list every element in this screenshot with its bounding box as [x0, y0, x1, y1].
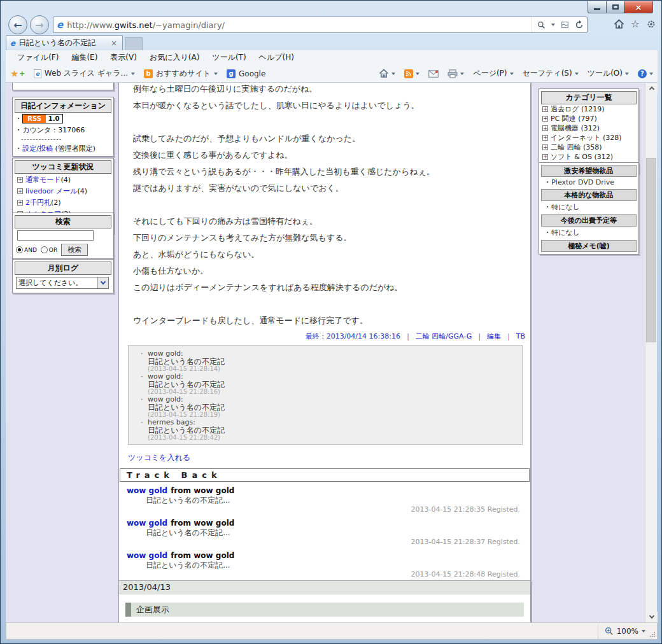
search-icon[interactable] [537, 21, 546, 29]
expand-icon[interactable] [17, 200, 23, 206]
suggested-sites-button[interactable]: b おすすめサイト [139, 65, 222, 82]
tsukkomi-link[interactable]: 通常モード [25, 175, 61, 185]
list-item: livedoor メール(4) [15, 185, 111, 197]
scroll-up-button[interactable] [645, 83, 658, 94]
menu-help[interactable]: ヘルプ(H) [253, 50, 300, 65]
minimize-button[interactable] [588, 1, 607, 13]
category-item[interactable]: インターネット (328) [541, 133, 637, 143]
zoom-magnifier-icon [605, 627, 614, 636]
scrollbar-thumb[interactable] [646, 158, 656, 342]
category-item[interactable]: 過去ログ (1219) [541, 104, 637, 114]
menu-file[interactable]: ファイル(F) [11, 50, 65, 65]
entry-paragraph [133, 114, 518, 130]
expand-icon[interactable] [17, 188, 23, 194]
trackback-time: 2013-04-15 21:28:48 Registed. [127, 570, 530, 579]
tab-favicon-icon: e [10, 39, 15, 48]
tsukkomi-count: (4) [77, 187, 87, 195]
menu-view[interactable]: 表示(V) [104, 50, 143, 65]
google-favorite-button[interactable]: g Google [222, 65, 270, 82]
admin-note: (管理者限定) [55, 144, 95, 153]
new-tab-button[interactable] [125, 37, 143, 50]
trackback-link[interactable]: wow gold [127, 486, 167, 495]
tsukkomi-link[interactable]: livedoor メール [25, 186, 77, 196]
url-text: http://www.gwits.net/~yamagin/diary/ [67, 20, 225, 30]
trackback-link[interactable]: wow gold [127, 519, 167, 528]
resize-grip[interactable] [649, 631, 656, 638]
entry-edit-link[interactable]: 編集 [487, 332, 501, 340]
expand-icon[interactable] [542, 144, 548, 150]
and-radio[interactable] [16, 246, 23, 253]
combo-dropdown-button[interactable] [97, 277, 108, 288]
expand-icon[interactable] [542, 106, 548, 112]
search-dropdown-icon[interactable] [551, 24, 555, 26]
maximize-button[interactable] [607, 1, 624, 13]
chevron-down-icon [649, 613, 654, 619]
help-menu-button[interactable]: ? [633, 65, 658, 82]
close-button[interactable]: × [624, 1, 653, 13]
expand-icon[interactable] [542, 125, 548, 131]
menu-edit[interactable]: 編集(E) [65, 50, 104, 65]
address-bar[interactable]: e http://www.gwits.net/~yamagin/diary/ [53, 17, 588, 33]
zoom-control[interactable]: 100% [598, 623, 645, 639]
wishlist-item: 特になし [541, 201, 637, 213]
print-button[interactable] [443, 65, 468, 82]
compatibility-view-icon[interactable] [561, 21, 569, 29]
entry-paragraph: 残り溝で云々という説もあるが・・・昨年購入した当初も重く感じたからねぇ。 [133, 164, 518, 180]
read-mail-button[interactable] [424, 65, 443, 82]
tab-diary[interactable]: e 日記という名の不定記 × [6, 35, 123, 50]
category-item[interactable]: 二輪 四輪 (358) [541, 143, 637, 152]
search-controls: AND OR 検索 [15, 242, 111, 256]
or-label: OR [49, 247, 57, 253]
chevron-up-icon [649, 87, 654, 92]
tools-menu-button[interactable]: ツール(O) [583, 65, 633, 82]
expand-icon[interactable] [542, 116, 548, 122]
entry-category-link[interactable]: 二輪 四輪/GGA-G [416, 332, 472, 340]
tab-title: 日記という名の不定記 [18, 38, 109, 48]
refresh-icon[interactable] [575, 20, 584, 29]
vertical-scrollbar[interactable] [645, 83, 657, 622]
home-menu-button[interactable] [374, 65, 400, 82]
home-icon[interactable] [614, 19, 624, 29]
entry-meta: 最終：2013/04/14 16:38:16 ｜ 二輪 四輪/GGA-G ｜ 編… [119, 329, 530, 342]
post-comment-link[interactable]: ツッコミを入れる [128, 453, 190, 462]
category-item[interactable]: ソフト & OS (312) [541, 152, 637, 162]
webslice-gallery-button[interactable]: e Web スライス ギャラ... [29, 65, 139, 82]
home-dropdown-icon [391, 73, 395, 75]
trackback-excerpt: 日記という名の不定記... [127, 528, 530, 538]
settings-gear-icon[interactable] [646, 19, 656, 29]
add-favorite-button[interactable]: ★+ [6, 65, 29, 82]
favorites-star-icon[interactable]: ☆ [631, 19, 640, 29]
forward-button[interactable]: → [30, 15, 49, 34]
expand-icon[interactable] [542, 135, 548, 141]
menu-favorites[interactable]: お気に入り(A) [143, 50, 206, 65]
print-dropdown-icon [460, 73, 464, 75]
entry-last-updated: 最終：2013/04/14 16:38:16 [306, 332, 400, 340]
site-favicon-icon: e [57, 19, 63, 31]
meta-separator: ｜ [503, 332, 514, 340]
expand-icon[interactable] [542, 154, 548, 160]
rss-badge[interactable]: RSS1.0 [22, 114, 62, 123]
comments-box: wow gold: 日記という名の不定記 (2013-04-15 21:28:1… [128, 345, 523, 445]
page-menu-button[interactable]: ページ(P) [468, 65, 518, 82]
meta-separator: ｜ [474, 332, 485, 340]
wishlist-header: 本格的な物欲品 [541, 189, 637, 201]
category-item[interactable]: PC 関連 (797) [541, 114, 637, 123]
entry-trackback-link[interactable]: TB [516, 332, 525, 340]
category-item[interactable]: 電脳機器 (312) [541, 123, 637, 133]
search-button[interactable]: 検索 [61, 244, 88, 256]
tsukkomi-link[interactable]: 2千円札 [25, 198, 51, 207]
search-input[interactable] [17, 230, 94, 241]
or-radio[interactable] [41, 246, 48, 253]
menu-tools[interactable]: ツール(T) [206, 50, 252, 65]
mail-envelope-icon [428, 70, 439, 78]
expand-icon[interactable] [17, 177, 23, 183]
diary-info-box: 日記インフォメーション RSS1.0 カウンタ：317066 ---------… [12, 97, 114, 157]
trackback-link[interactable]: wow gold [127, 551, 167, 560]
admin-post-link[interactable]: 設定/投稿 [22, 144, 53, 153]
feeds-button[interactable] [400, 65, 424, 82]
scroll-down-button[interactable] [645, 612, 658, 622]
monthly-log-select[interactable]: 選択してください。 [16, 277, 109, 289]
safety-menu-button[interactable]: セーフティ(S) [518, 65, 583, 82]
tab-close-icon[interactable]: × [109, 39, 118, 48]
back-button[interactable]: ← [8, 15, 27, 34]
